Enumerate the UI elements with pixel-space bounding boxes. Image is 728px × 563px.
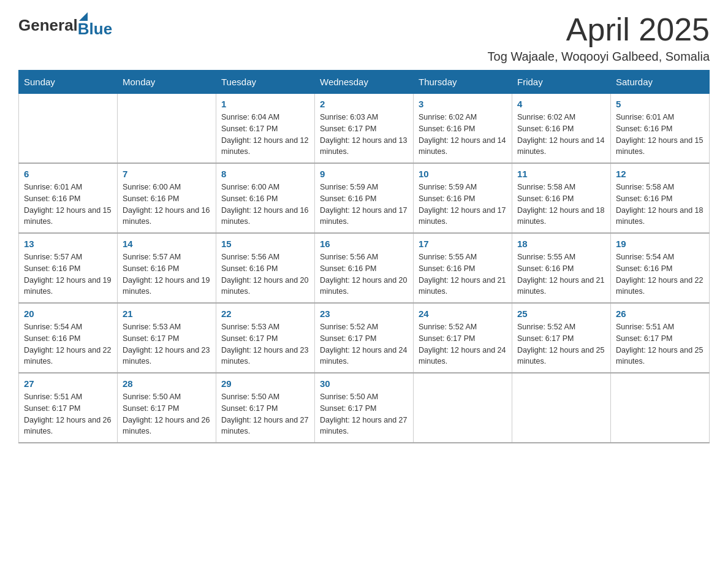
day-number: 19 xyxy=(616,239,704,249)
day-number: 8 xyxy=(221,169,309,179)
col-monday: Monday xyxy=(118,71,216,94)
day-info: Sunrise: 6:02 AMSunset: 6:16 PMDaylight:… xyxy=(419,112,507,158)
col-sunday: Sunday xyxy=(19,71,118,94)
day-number: 1 xyxy=(221,99,309,109)
logo: General Blue xyxy=(18,12,112,39)
day-number: 18 xyxy=(517,239,605,249)
col-thursday: Thursday xyxy=(414,71,512,94)
day-number: 17 xyxy=(419,239,507,249)
day-number: 5 xyxy=(616,99,704,109)
day-info: Sunrise: 6:00 AMSunset: 6:16 PMDaylight:… xyxy=(123,182,211,228)
week-row-2: 6Sunrise: 6:01 AMSunset: 6:16 PMDaylight… xyxy=(19,163,710,233)
calendar-cell: 24Sunrise: 5:52 AMSunset: 6:17 PMDayligh… xyxy=(414,303,512,373)
calendar-cell: 3Sunrise: 6:02 AMSunset: 6:16 PMDaylight… xyxy=(414,94,512,164)
calendar-cell: 16Sunrise: 5:56 AMSunset: 6:16 PMDayligh… xyxy=(315,233,414,303)
day-number: 29 xyxy=(221,378,309,389)
day-number: 20 xyxy=(24,308,112,319)
col-friday: Friday xyxy=(512,71,611,94)
day-info: Sunrise: 5:58 AMSunset: 6:16 PMDaylight:… xyxy=(517,182,605,228)
calendar-cell: 30Sunrise: 5:50 AMSunset: 6:17 PMDayligh… xyxy=(315,373,414,443)
col-tuesday: Tuesday xyxy=(216,71,315,94)
day-number: 28 xyxy=(123,378,211,389)
day-info: Sunrise: 5:54 AMSunset: 6:16 PMDaylight:… xyxy=(616,251,704,297)
calendar-cell xyxy=(118,94,216,164)
calendar-cell: 12Sunrise: 5:58 AMSunset: 6:16 PMDayligh… xyxy=(611,163,710,233)
title-area: April 2025 Tog Wajaale, Woqooyi Galbeed,… xyxy=(488,12,710,64)
day-info: Sunrise: 5:59 AMSunset: 6:16 PMDaylight:… xyxy=(320,182,408,228)
day-info: Sunrise: 5:53 AMSunset: 6:17 PMDaylight:… xyxy=(221,321,309,367)
calendar-cell xyxy=(19,94,118,164)
calendar-cell: 14Sunrise: 5:57 AMSunset: 6:16 PMDayligh… xyxy=(118,233,216,303)
day-number: 6 xyxy=(24,169,112,179)
day-number: 26 xyxy=(616,308,704,319)
calendar-cell: 7Sunrise: 6:00 AMSunset: 6:16 PMDaylight… xyxy=(118,163,216,233)
calendar-cell: 6Sunrise: 6:01 AMSunset: 6:16 PMDaylight… xyxy=(19,163,118,233)
day-info: Sunrise: 6:04 AMSunset: 6:17 PMDaylight:… xyxy=(221,112,309,158)
day-number: 11 xyxy=(517,169,605,179)
day-info: Sunrise: 5:57 AMSunset: 6:16 PMDaylight:… xyxy=(123,251,211,297)
day-number: 2 xyxy=(320,99,408,109)
day-number: 15 xyxy=(221,239,309,249)
calendar-cell: 29Sunrise: 5:50 AMSunset: 6:17 PMDayligh… xyxy=(216,373,315,443)
day-number: 24 xyxy=(419,308,507,319)
day-number: 9 xyxy=(320,169,408,179)
day-number: 4 xyxy=(517,99,605,109)
calendar-cell: 2Sunrise: 6:03 AMSunset: 6:17 PMDaylight… xyxy=(315,94,414,164)
calendar-cell xyxy=(414,373,512,443)
day-info: Sunrise: 5:56 AMSunset: 6:16 PMDaylight:… xyxy=(221,251,309,297)
calendar-cell: 10Sunrise: 5:59 AMSunset: 6:16 PMDayligh… xyxy=(414,163,512,233)
calendar-cell xyxy=(512,373,611,443)
day-info: Sunrise: 6:03 AMSunset: 6:17 PMDaylight:… xyxy=(320,112,408,158)
logo-area: General Blue xyxy=(18,12,112,39)
day-info: Sunrise: 5:50 AMSunset: 6:17 PMDaylight:… xyxy=(320,391,408,437)
day-number: 10 xyxy=(419,169,507,179)
calendar-cell: 17Sunrise: 5:55 AMSunset: 6:16 PMDayligh… xyxy=(414,233,512,303)
week-row-5: 27Sunrise: 5:51 AMSunset: 6:17 PMDayligh… xyxy=(19,373,710,443)
calendar-cell: 9Sunrise: 5:59 AMSunset: 6:16 PMDaylight… xyxy=(315,163,414,233)
day-info: Sunrise: 5:57 AMSunset: 6:16 PMDaylight:… xyxy=(24,251,112,297)
calendar-cell: 20Sunrise: 5:54 AMSunset: 6:16 PMDayligh… xyxy=(19,303,118,373)
week-row-3: 13Sunrise: 5:57 AMSunset: 6:16 PMDayligh… xyxy=(19,233,710,303)
col-saturday: Saturday xyxy=(611,71,710,94)
calendar-header-row: Sunday Monday Tuesday Wednesday Thursday… xyxy=(19,71,710,94)
page-header: General Blue April 2025 Tog Wajaale, Woq… xyxy=(18,12,710,64)
day-info: Sunrise: 5:53 AMSunset: 6:17 PMDaylight:… xyxy=(123,321,211,367)
calendar-cell: 21Sunrise: 5:53 AMSunset: 6:17 PMDayligh… xyxy=(118,303,216,373)
page-title: April 2025 xyxy=(488,12,710,47)
day-number: 21 xyxy=(123,308,211,319)
day-number: 30 xyxy=(320,378,408,389)
day-number: 22 xyxy=(221,308,309,319)
week-row-1: 1Sunrise: 6:04 AMSunset: 6:17 PMDaylight… xyxy=(19,94,710,164)
calendar-cell: 13Sunrise: 5:57 AMSunset: 6:16 PMDayligh… xyxy=(19,233,118,303)
calendar-cell: 18Sunrise: 5:55 AMSunset: 6:16 PMDayligh… xyxy=(512,233,611,303)
calendar-cell: 22Sunrise: 5:53 AMSunset: 6:17 PMDayligh… xyxy=(216,303,315,373)
day-info: Sunrise: 5:55 AMSunset: 6:16 PMDaylight:… xyxy=(419,251,507,297)
day-info: Sunrise: 5:52 AMSunset: 6:17 PMDaylight:… xyxy=(320,321,408,367)
calendar-cell: 4Sunrise: 6:02 AMSunset: 6:16 PMDaylight… xyxy=(512,94,611,164)
calendar-cell: 19Sunrise: 5:54 AMSunset: 6:16 PMDayligh… xyxy=(611,233,710,303)
day-info: Sunrise: 6:02 AMSunset: 6:16 PMDaylight:… xyxy=(517,112,605,158)
day-number: 27 xyxy=(24,378,112,389)
day-info: Sunrise: 6:00 AMSunset: 6:16 PMDaylight:… xyxy=(221,182,309,228)
day-number: 14 xyxy=(123,239,211,249)
day-number: 3 xyxy=(419,99,507,109)
day-info: Sunrise: 5:52 AMSunset: 6:17 PMDaylight:… xyxy=(517,321,605,367)
day-number: 13 xyxy=(24,239,112,249)
day-info: Sunrise: 6:01 AMSunset: 6:16 PMDaylight:… xyxy=(616,112,704,158)
day-info: Sunrise: 5:51 AMSunset: 6:17 PMDaylight:… xyxy=(24,391,112,437)
calendar-cell: 15Sunrise: 5:56 AMSunset: 6:16 PMDayligh… xyxy=(216,233,315,303)
day-info: Sunrise: 6:01 AMSunset: 6:16 PMDaylight:… xyxy=(24,182,112,228)
day-info: Sunrise: 5:51 AMSunset: 6:17 PMDaylight:… xyxy=(616,321,704,367)
day-number: 7 xyxy=(123,169,211,179)
day-info: Sunrise: 5:50 AMSunset: 6:17 PMDaylight:… xyxy=(221,391,309,437)
calendar-cell xyxy=(611,373,710,443)
day-number: 12 xyxy=(616,169,704,179)
day-info: Sunrise: 5:56 AMSunset: 6:16 PMDaylight:… xyxy=(320,251,408,297)
logo-blue-text: Blue xyxy=(78,20,112,39)
day-number: 16 xyxy=(320,239,408,249)
logo-blue-part: Blue xyxy=(78,12,112,39)
logo-general-text: General xyxy=(18,16,78,35)
calendar-cell: 11Sunrise: 5:58 AMSunset: 6:16 PMDayligh… xyxy=(512,163,611,233)
day-number: 25 xyxy=(517,308,605,319)
day-info: Sunrise: 5:50 AMSunset: 6:17 PMDaylight:… xyxy=(123,391,211,437)
